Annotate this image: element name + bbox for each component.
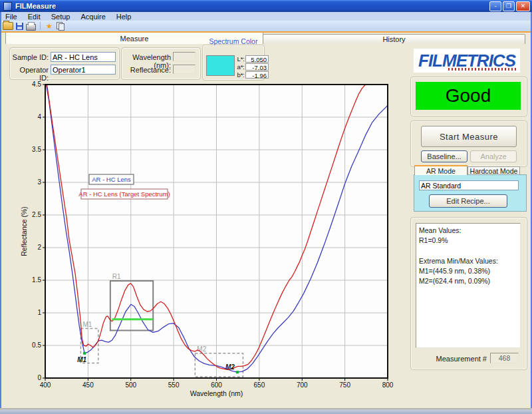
svg-text:AR - HC Lens: AR - HC Lens bbox=[92, 176, 131, 183]
recipe-input[interactable] bbox=[419, 180, 519, 190]
close-button[interactable]: ✕ bbox=[516, 1, 530, 11]
sample-id-input[interactable] bbox=[51, 52, 116, 62]
start-measure-button[interactable]: Start Measure bbox=[421, 126, 517, 147]
svg-text:650: 650 bbox=[254, 381, 265, 389]
svg-text:750: 750 bbox=[339, 381, 350, 389]
svg-text:0.5: 0.5 bbox=[32, 341, 41, 349]
svg-text:500: 500 bbox=[125, 381, 136, 389]
svg-text:R1: R1 bbox=[112, 273, 121, 280]
measurement-number-label: Measurement # bbox=[399, 355, 487, 363]
svg-text:3.5: 3.5 bbox=[32, 146, 41, 153]
spectrum-color-group: Spectrum Color L*:5.050a*:-7.03b*:-1.96 bbox=[202, 45, 265, 81]
svg-text:4.5: 4.5 bbox=[32, 81, 41, 88]
status-text: Good bbox=[446, 85, 491, 106]
menu-file[interactable]: File bbox=[0, 13, 23, 21]
wavelength-readout bbox=[173, 52, 196, 61]
menu-setup[interactable]: Setup bbox=[46, 13, 76, 21]
svg-text:0: 0 bbox=[37, 374, 41, 381]
tab-strip: Measure History bbox=[0, 31, 532, 44]
svg-text:550: 550 bbox=[168, 381, 180, 389]
filmetrics-logo: FILMETRICS bbox=[414, 49, 520, 73]
status-indicator: Good bbox=[416, 82, 521, 110]
lab-row-a: a*:-7.03 bbox=[233, 63, 269, 71]
window-border-bottom bbox=[0, 408, 532, 414]
menu-help[interactable]: Help bbox=[111, 13, 137, 21]
toolbar bbox=[0, 21, 532, 31]
menu-bar: FileEditSetupAcquireHelp bbox=[0, 12, 532, 21]
copy-icon[interactable] bbox=[57, 22, 65, 30]
svg-text:3: 3 bbox=[37, 178, 41, 186]
marker-m1 bbox=[83, 352, 86, 355]
reflectance-label: Reflectance: bbox=[122, 66, 171, 74]
svg-text:M1: M1 bbox=[77, 356, 86, 363]
tab-history-label: History bbox=[382, 35, 405, 43]
svg-text:AR - HC Lens (Target Spectrum): AR - HC Lens (Target Spectrum) bbox=[78, 190, 170, 198]
svg-text:M2: M2 bbox=[197, 345, 206, 353]
svg-text:Wavelength (nm): Wavelength (nm) bbox=[190, 389, 243, 397]
chart-svg[interactable]: M1R1M2M1M240045050055060065070075080000.… bbox=[0, 80, 399, 407]
menu-acquire[interactable]: Acquire bbox=[75, 13, 110, 21]
app-window: FILMeasure - ❐ ✕ FileEditSetupAcquireHel… bbox=[0, 0, 532, 414]
spectrum-color-swatch bbox=[206, 55, 235, 76]
svg-text:M2: M2 bbox=[225, 363, 235, 371]
baseline-button[interactable]: Baseline... bbox=[421, 150, 467, 162]
tab-ar-mode-label: AR Mode bbox=[426, 167, 456, 175]
svg-text:1.5: 1.5 bbox=[32, 276, 41, 284]
sample-id-label: Sample ID: bbox=[11, 53, 49, 61]
svg-text:M1: M1 bbox=[82, 321, 92, 328]
spectrum-color-title: Spectrum Color bbox=[203, 37, 264, 45]
minimize-button[interactable]: - bbox=[489, 1, 501, 11]
measurement-number-value: 468 bbox=[490, 353, 519, 363]
logo-hatch-decoration bbox=[448, 68, 516, 71]
readout-group: Wavelength (nm): Reflectance: bbox=[121, 47, 201, 80]
svg-text:2.5: 2.5 bbox=[32, 211, 41, 218]
lab-row-l: L*:5.050 bbox=[233, 55, 269, 63]
operator-id-input[interactable] bbox=[51, 65, 116, 75]
toolbar-separator bbox=[40, 22, 41, 30]
menu-edit[interactable]: Edit bbox=[23, 13, 46, 21]
tab-ar-mode[interactable]: AR Mode bbox=[414, 165, 467, 175]
save-icon[interactable] bbox=[16, 23, 23, 30]
star-icon[interactable] bbox=[45, 22, 54, 31]
tab-history[interactable]: History bbox=[263, 34, 525, 44]
open-icon[interactable] bbox=[3, 22, 13, 30]
svg-text:600: 600 bbox=[211, 381, 222, 389]
svg-text:4: 4 bbox=[37, 113, 41, 120]
window-title: FILMeasure bbox=[15, 2, 56, 10]
app-icon bbox=[3, 2, 12, 11]
print-icon[interactable] bbox=[26, 24, 36, 31]
sample-group: Sample ID: Operator ID: bbox=[9, 47, 120, 80]
svg-text:700: 700 bbox=[297, 381, 308, 389]
restore-button[interactable]: ❐ bbox=[503, 1, 515, 11]
analyze-button[interactable]: Analyze bbox=[470, 150, 517, 162]
svg-text:800: 800 bbox=[382, 381, 394, 389]
results-text: Mean Values: R1=0.9% Extrema Min/Max Val… bbox=[416, 223, 521, 348]
window-border-left bbox=[0, 12, 1, 408]
svg-text:1: 1 bbox=[37, 309, 41, 316]
title-bar: FILMeasure - ❐ ✕ bbox=[0, 0, 532, 12]
edit-recipe-button[interactable]: Edit Recipe... bbox=[429, 194, 507, 208]
marker-m2 bbox=[236, 371, 239, 373]
svg-text:400: 400 bbox=[40, 381, 51, 389]
tab-measure-label: Measure bbox=[120, 35, 149, 43]
reflectance-readout bbox=[173, 65, 196, 74]
svg-text:450: 450 bbox=[82, 381, 94, 389]
svg-text:Reflectance (%): Reflectance (%) bbox=[20, 206, 28, 256]
svg-text:2: 2 bbox=[37, 244, 41, 251]
lab-row-b: b*:-1.96 bbox=[233, 71, 269, 79]
reflectance-chart[interactable]: M1R1M2M1M240045050055060065070075080000.… bbox=[0, 80, 399, 407]
